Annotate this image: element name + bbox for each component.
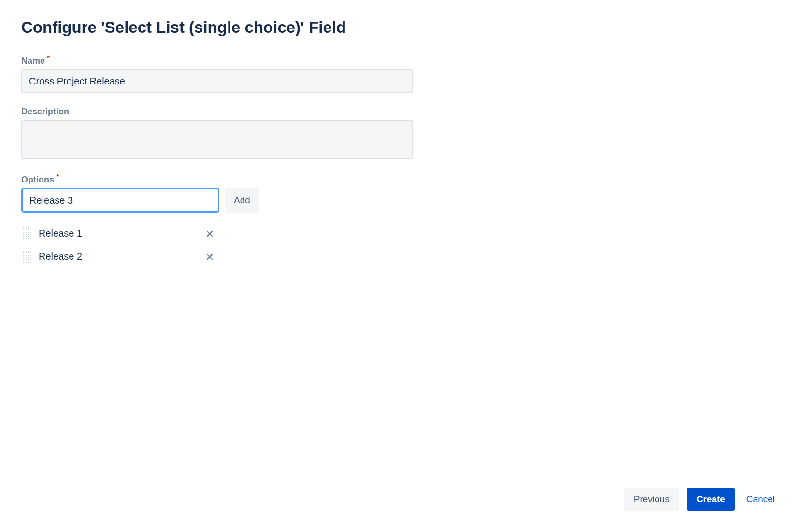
close-icon xyxy=(206,230,214,238)
remove-option-button[interactable] xyxy=(203,227,216,240)
close-icon xyxy=(206,253,214,261)
option-item-label: Release 1 xyxy=(39,228,203,239)
page-title: Configure 'Select List (single choice)' … xyxy=(21,18,779,37)
drag-handle-icon[interactable] xyxy=(23,227,32,240)
option-entry-input[interactable] xyxy=(21,188,219,213)
option-item: Release 1 xyxy=(21,222,219,245)
name-label: Name xyxy=(21,56,45,66)
add-option-button[interactable]: Add xyxy=(225,188,259,213)
description-input[interactable] xyxy=(21,120,413,159)
name-input[interactable] xyxy=(21,69,413,93)
option-item: Release 2 xyxy=(21,245,219,268)
dialog-footer: Previous Create Cancel xyxy=(624,488,779,511)
previous-button[interactable]: Previous xyxy=(624,488,679,511)
options-label: Options xyxy=(21,175,54,185)
options-field-group: Options Add Release 1 xyxy=(21,175,779,268)
drag-handle-icon[interactable] xyxy=(23,251,32,263)
remove-option-button[interactable] xyxy=(203,250,216,264)
description-field-group: Description xyxy=(21,107,779,161)
name-field-group: Name xyxy=(21,56,779,93)
create-button[interactable]: Create xyxy=(687,488,735,511)
description-label: Description xyxy=(21,107,69,117)
option-item-label: Release 2 xyxy=(39,251,203,262)
option-list: Release 1 Release 2 xyxy=(21,222,219,268)
cancel-button[interactable]: Cancel xyxy=(743,488,779,511)
